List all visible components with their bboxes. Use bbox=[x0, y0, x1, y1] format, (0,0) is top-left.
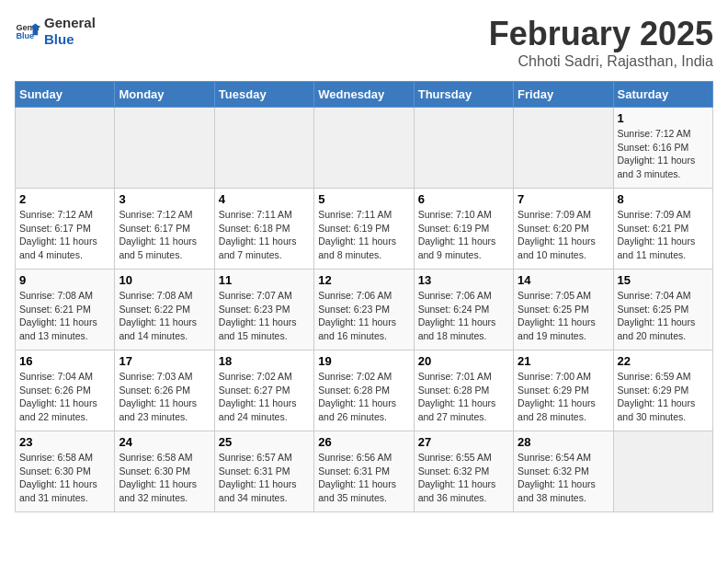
day-cell: 22Sunrise: 6:59 AM Sunset: 6:29 PM Dayli… bbox=[613, 350, 712, 431]
day-number: 11 bbox=[219, 273, 310, 287]
day-cell bbox=[214, 108, 313, 189]
day-cell: 6Sunrise: 7:10 AM Sunset: 6:19 PM Daylig… bbox=[414, 189, 513, 270]
day-cell: 19Sunrise: 7:02 AM Sunset: 6:28 PM Dayli… bbox=[314, 350, 414, 431]
day-cell: 9Sunrise: 7:08 AM Sunset: 6:21 PM Daylig… bbox=[16, 270, 115, 350]
logo: General Blue General Blue bbox=[15, 15, 96, 48]
day-cell: 20Sunrise: 7:01 AM Sunset: 6:28 PM Dayli… bbox=[414, 350, 513, 431]
week-row-5: 23Sunrise: 6:58 AM Sunset: 6:30 PM Dayli… bbox=[16, 431, 713, 512]
week-row-3: 9Sunrise: 7:08 AM Sunset: 6:21 PM Daylig… bbox=[16, 270, 713, 350]
day-detail: Sunrise: 6:54 AM Sunset: 6:32 PM Dayligh… bbox=[518, 451, 609, 505]
day-number: 9 bbox=[19, 273, 110, 287]
day-number: 12 bbox=[318, 273, 409, 287]
day-cell bbox=[16, 108, 115, 189]
day-cell: 13Sunrise: 7:06 AM Sunset: 6:24 PM Dayli… bbox=[414, 270, 513, 350]
day-detail: Sunrise: 7:11 AM Sunset: 6:19 PM Dayligh… bbox=[318, 208, 409, 262]
day-number: 5 bbox=[318, 192, 409, 206]
calendar-subtitle: Chhoti Sadri, Rajasthan, India bbox=[489, 53, 713, 70]
day-number: 25 bbox=[219, 435, 310, 449]
day-detail: Sunrise: 7:06 AM Sunset: 6:24 PM Dayligh… bbox=[418, 289, 509, 343]
day-detail: Sunrise: 7:12 AM Sunset: 6:16 PM Dayligh… bbox=[618, 127, 709, 181]
day-number: 26 bbox=[318, 435, 409, 449]
day-number: 20 bbox=[418, 354, 509, 368]
day-cell: 15Sunrise: 7:04 AM Sunset: 6:25 PM Dayli… bbox=[613, 270, 712, 350]
day-detail: Sunrise: 7:06 AM Sunset: 6:23 PM Dayligh… bbox=[318, 289, 409, 343]
day-number: 2 bbox=[19, 192, 110, 206]
svg-text:Blue: Blue bbox=[16, 31, 34, 40]
day-cell: 27Sunrise: 6:55 AM Sunset: 6:32 PM Dayli… bbox=[414, 431, 513, 512]
day-cell: 8Sunrise: 7:09 AM Sunset: 6:21 PM Daylig… bbox=[613, 189, 712, 270]
day-number: 24 bbox=[119, 435, 210, 449]
day-detail: Sunrise: 6:58 AM Sunset: 6:30 PM Dayligh… bbox=[19, 451, 110, 505]
day-detail: Sunrise: 7:08 AM Sunset: 6:22 PM Dayligh… bbox=[119, 289, 210, 343]
day-cell: 25Sunrise: 6:57 AM Sunset: 6:31 PM Dayli… bbox=[214, 431, 313, 512]
day-cell: 17Sunrise: 7:03 AM Sunset: 6:26 PM Dayli… bbox=[115, 350, 214, 431]
day-cell: 28Sunrise: 6:54 AM Sunset: 6:32 PM Dayli… bbox=[514, 431, 613, 512]
day-detail: Sunrise: 7:00 AM Sunset: 6:29 PM Dayligh… bbox=[518, 370, 609, 424]
day-detail: Sunrise: 7:02 AM Sunset: 6:27 PM Dayligh… bbox=[219, 370, 310, 424]
day-number: 28 bbox=[518, 435, 609, 449]
day-cell: 26Sunrise: 6:56 AM Sunset: 6:31 PM Dayli… bbox=[314, 431, 414, 512]
weekday-header-wednesday: Wednesday bbox=[314, 82, 414, 108]
day-cell: 12Sunrise: 7:06 AM Sunset: 6:23 PM Dayli… bbox=[314, 270, 414, 350]
weekday-header-friday: Friday bbox=[514, 82, 613, 108]
day-number: 6 bbox=[418, 192, 509, 206]
day-detail: Sunrise: 6:57 AM Sunset: 6:31 PM Dayligh… bbox=[219, 451, 310, 505]
day-number: 3 bbox=[119, 192, 210, 206]
day-number: 4 bbox=[219, 192, 310, 206]
day-number: 14 bbox=[518, 273, 609, 287]
day-detail: Sunrise: 7:09 AM Sunset: 6:21 PM Dayligh… bbox=[618, 208, 709, 262]
day-cell: 3Sunrise: 7:12 AM Sunset: 6:17 PM Daylig… bbox=[115, 189, 214, 270]
title-area: February 2025 Chhoti Sadri, Rajasthan, I… bbox=[489, 15, 713, 70]
day-cell: 24Sunrise: 6:58 AM Sunset: 6:30 PM Dayli… bbox=[115, 431, 214, 512]
logo-general-text: General bbox=[44, 15, 96, 31]
day-detail: Sunrise: 7:12 AM Sunset: 6:17 PM Dayligh… bbox=[19, 208, 110, 262]
day-detail: Sunrise: 7:01 AM Sunset: 6:28 PM Dayligh… bbox=[418, 370, 509, 424]
day-cell bbox=[314, 108, 414, 189]
day-cell: 16Sunrise: 7:04 AM Sunset: 6:26 PM Dayli… bbox=[16, 350, 115, 431]
day-number: 21 bbox=[518, 354, 609, 368]
calendar-title: February 2025 bbox=[489, 15, 713, 53]
day-number: 19 bbox=[318, 354, 409, 368]
day-number: 13 bbox=[418, 273, 509, 287]
day-detail: Sunrise: 7:04 AM Sunset: 6:25 PM Dayligh… bbox=[618, 289, 709, 343]
day-cell: 23Sunrise: 6:58 AM Sunset: 6:30 PM Dayli… bbox=[16, 431, 115, 512]
weekday-header-thursday: Thursday bbox=[414, 82, 513, 108]
day-cell: 11Sunrise: 7:07 AM Sunset: 6:23 PM Dayli… bbox=[214, 270, 313, 350]
day-detail: Sunrise: 6:59 AM Sunset: 6:29 PM Dayligh… bbox=[618, 370, 709, 424]
day-detail: Sunrise: 7:11 AM Sunset: 6:18 PM Dayligh… bbox=[219, 208, 310, 262]
day-number: 8 bbox=[618, 192, 709, 206]
week-row-4: 16Sunrise: 7:04 AM Sunset: 6:26 PM Dayli… bbox=[16, 350, 713, 431]
day-number: 23 bbox=[19, 435, 110, 449]
day-detail: Sunrise: 6:58 AM Sunset: 6:30 PM Dayligh… bbox=[119, 451, 210, 505]
day-detail: Sunrise: 7:10 AM Sunset: 6:19 PM Dayligh… bbox=[418, 208, 509, 262]
day-cell: 14Sunrise: 7:05 AM Sunset: 6:25 PM Dayli… bbox=[514, 270, 613, 350]
day-number: 1 bbox=[618, 111, 709, 125]
day-number: 15 bbox=[618, 273, 709, 287]
header: General Blue General Blue February 2025 … bbox=[15, 15, 713, 70]
day-number: 17 bbox=[119, 354, 210, 368]
weekday-header-tuesday: Tuesday bbox=[214, 82, 313, 108]
day-cell bbox=[414, 108, 513, 189]
weekday-header-saturday: Saturday bbox=[613, 82, 712, 108]
day-detail: Sunrise: 7:05 AM Sunset: 6:25 PM Dayligh… bbox=[518, 289, 609, 343]
logo-icon: General Blue bbox=[15, 18, 40, 44]
day-cell: 18Sunrise: 7:02 AM Sunset: 6:27 PM Dayli… bbox=[214, 350, 313, 431]
week-row-2: 2Sunrise: 7:12 AM Sunset: 6:17 PM Daylig… bbox=[16, 189, 713, 270]
day-number: 10 bbox=[119, 273, 210, 287]
day-number: 7 bbox=[518, 192, 609, 206]
day-cell: 10Sunrise: 7:08 AM Sunset: 6:22 PM Dayli… bbox=[115, 270, 214, 350]
day-number: 27 bbox=[418, 435, 509, 449]
day-number: 16 bbox=[19, 354, 110, 368]
day-detail: Sunrise: 7:07 AM Sunset: 6:23 PM Dayligh… bbox=[219, 289, 310, 343]
weekday-header-sunday: Sunday bbox=[16, 82, 115, 108]
day-cell: 4Sunrise: 7:11 AM Sunset: 6:18 PM Daylig… bbox=[214, 189, 313, 270]
day-detail: Sunrise: 7:08 AM Sunset: 6:21 PM Dayligh… bbox=[19, 289, 110, 343]
weekday-header-monday: Monday bbox=[115, 82, 214, 108]
day-detail: Sunrise: 7:04 AM Sunset: 6:26 PM Dayligh… bbox=[19, 370, 110, 424]
day-detail: Sunrise: 7:12 AM Sunset: 6:17 PM Dayligh… bbox=[119, 208, 210, 262]
calendar-table: SundayMondayTuesdayWednesdayThursdayFrid… bbox=[15, 81, 713, 512]
day-detail: Sunrise: 6:56 AM Sunset: 6:31 PM Dayligh… bbox=[318, 451, 409, 505]
day-cell: 5Sunrise: 7:11 AM Sunset: 6:19 PM Daylig… bbox=[314, 189, 414, 270]
day-detail: Sunrise: 7:02 AM Sunset: 6:28 PM Dayligh… bbox=[318, 370, 409, 424]
week-row-1: 1Sunrise: 7:12 AM Sunset: 6:16 PM Daylig… bbox=[16, 108, 713, 189]
